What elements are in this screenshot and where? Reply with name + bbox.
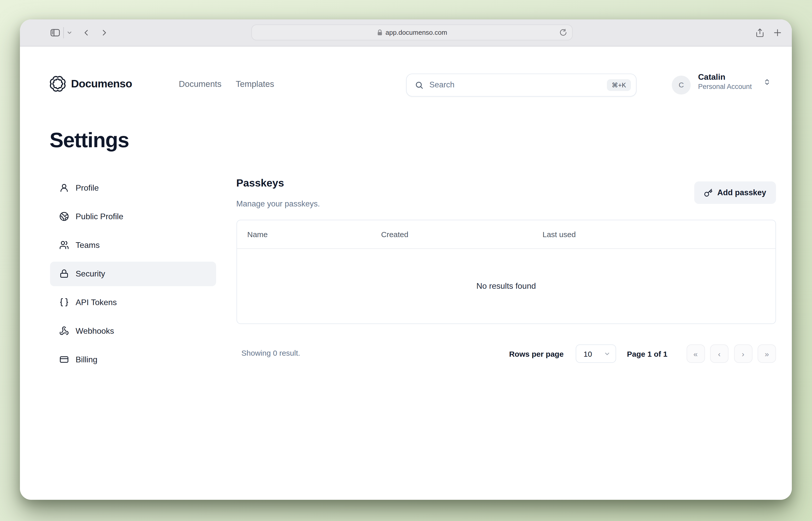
passkeys-table: Name Created Last used No results found <box>236 220 776 324</box>
toolbar-divider <box>63 27 64 38</box>
search-shortcut-badge: ⌘+K <box>607 79 631 91</box>
brand-name: Documenso <box>71 77 132 90</box>
braces-icon <box>59 297 69 307</box>
column-header-created: Created <box>381 220 409 248</box>
forward-icon[interactable] <box>100 19 108 46</box>
url-text: app.documenso.com <box>386 29 447 36</box>
pagination-controls: Rows per page 10 Page 1 of 1 « ‹ › » <box>509 344 776 363</box>
sidebar-item-label: Teams <box>76 241 100 250</box>
rows-per-page-value: 10 <box>584 349 592 358</box>
column-header-name: Name <box>247 220 268 248</box>
next-page-button[interactable]: › <box>734 344 752 363</box>
sidebar-item-label: Webhooks <box>76 326 114 336</box>
page-title: Settings <box>50 128 129 152</box>
chevrons-up-down-icon[interactable] <box>763 78 771 86</box>
back-icon[interactable] <box>82 19 90 46</box>
sidebar-toggle-icon[interactable] <box>49 19 61 46</box>
search-input[interactable] <box>428 80 602 90</box>
sidebar-item-label: Security <box>76 269 105 278</box>
sidebar-item-security[interactable]: Security <box>50 262 216 286</box>
sidebar-item-webhooks[interactable]: Webhooks <box>50 319 216 343</box>
table-footer: Showing 0 result. Rows per page 10 Page … <box>236 344 776 363</box>
last-page-button[interactable]: » <box>758 344 776 363</box>
documenso-seal-icon <box>49 75 66 92</box>
browser-toolbar: app.documenso.com <box>20 19 792 46</box>
sidebar-item-public-profile[interactable]: Public Profile <box>50 204 216 229</box>
account-name: Catalin <box>698 72 752 82</box>
desktop-background: app.documenso.com <box>0 0 812 521</box>
first-page-button[interactable]: « <box>686 344 705 363</box>
chevron-down-icon[interactable] <box>66 19 73 46</box>
brand-logo[interactable]: Documenso <box>49 75 132 92</box>
sidebar-item-teams[interactable]: Teams <box>50 233 216 257</box>
sidebar-item-label: Billing <box>76 355 97 364</box>
sidebar-item-api-tokens[interactable]: API Tokens <box>50 290 216 315</box>
rows-per-page-select[interactable]: 10 <box>576 344 616 363</box>
key-icon <box>704 188 713 197</box>
sidebar-item-label: API Tokens <box>76 298 117 307</box>
app-content: Documenso Documents Templates ⌘+K C Cata… <box>20 46 792 500</box>
nav-templates[interactable]: Templates <box>236 79 274 89</box>
account-type: Personal Account <box>698 82 752 91</box>
column-header-last-used: Last used <box>542 220 576 248</box>
user-icon <box>59 183 69 192</box>
sidebar-item-label: Public Profile <box>76 212 123 221</box>
section-title: Passkeys <box>236 177 284 189</box>
account-menu[interactable]: Catalin Personal Account <box>698 72 752 91</box>
search-icon <box>415 81 423 89</box>
sidebar-item-billing[interactable]: Billing <box>50 347 216 372</box>
address-bar[interactable]: app.documenso.com <box>251 25 573 40</box>
lock-icon <box>377 29 382 36</box>
reload-icon[interactable] <box>559 28 567 36</box>
section-subtitle: Manage your passkeys. <box>236 199 320 208</box>
credit-card-icon <box>59 355 69 364</box>
main-nav: Documents Templates <box>179 75 274 92</box>
sidebar-item-label: Profile <box>76 183 99 192</box>
chevron-down-icon <box>604 350 611 357</box>
webhook-icon <box>59 326 69 336</box>
search-box[interactable]: ⌘+K <box>406 73 636 96</box>
empty-state-text: No results found <box>477 281 536 291</box>
lock-icon <box>59 269 69 278</box>
add-passkey-button[interactable]: Add passkey <box>694 181 776 204</box>
settings-sidebar: Profile Public Profile <box>50 176 216 376</box>
nav-documents[interactable]: Documents <box>179 79 222 89</box>
rows-per-page-label: Rows per page <box>509 349 563 358</box>
tabs-overview-icon[interactable] <box>790 19 792 46</box>
share-icon[interactable] <box>754 19 765 46</box>
new-tab-icon[interactable] <box>772 19 783 46</box>
table-body: No results found <box>237 249 775 323</box>
avatar[interactable]: C <box>672 75 691 94</box>
page-status: Page 1 of 1 <box>627 349 668 358</box>
sidebar-item-profile[interactable]: Profile <box>50 176 216 200</box>
users-icon <box>59 240 69 250</box>
browser-window: app.documenso.com <box>20 19 792 500</box>
previous-page-button[interactable]: ‹ <box>710 344 728 363</box>
table-header-row: Name Created Last used <box>237 220 775 249</box>
results-count-text: Showing 0 result. <box>241 348 300 357</box>
add-passkey-label: Add passkey <box>717 188 766 197</box>
globe-icon <box>59 211 69 221</box>
